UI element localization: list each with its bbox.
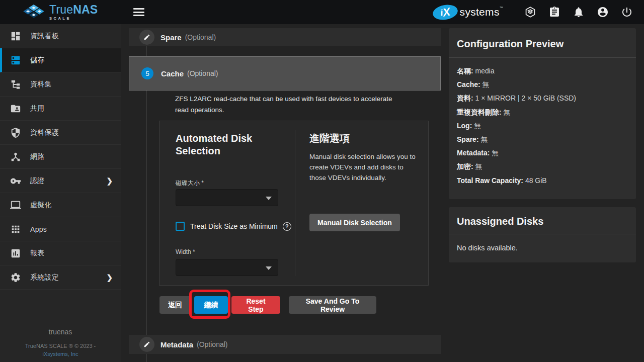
no-disks-text: No disks available. [457,241,628,252]
card-divider [295,130,295,276]
sidebar-item-datasets[interactable]: 資料集 [0,72,121,97]
sidebar-item-label: 認證 [30,176,45,186]
sidebar-item-label: 虛擬化 [30,201,52,210]
reset-step-button[interactable]: Reset Step [231,296,280,314]
width-label: Width * [176,248,195,255]
notifications-bell-icon[interactable] [573,6,585,18]
power-icon[interactable] [621,6,633,18]
preview-row-metadata: Metadata: 無 [457,146,628,160]
pool-wizard: Spare (Optional) 5 Cache (Optional) ZFS … [121,24,449,362]
preview-row-spare: Spare: 無 [457,133,628,146]
preview-row-data: 資料: 1 × MIRROR | 2 × 50 GiB (SSD) [457,92,628,105]
sidebar-item-network[interactable]: 網路 [0,145,121,169]
jobs-clipboard-icon[interactable] [548,6,560,18]
preview-row-cache: Cache: 無 [457,78,628,92]
step-metadata[interactable]: Metadata (Optional) [129,335,441,354]
preview-row-encryption: 加密: 無 [457,160,628,173]
preview-row-capacity: Total Raw Capacity: 48 GiB [457,174,628,188]
step-title: Cache [161,69,184,78]
sidebar-item-label: 資料集 [30,80,52,89]
top-bar: TrueNAS SCALE iX systems™ [0,0,644,24]
edit-pencil-icon [139,30,154,45]
ixsystems-link[interactable]: iXsystems, Inc [0,351,121,357]
folder-shared-icon [10,103,21,114]
sidebar-item-data-protection[interactable]: 資料保護 [0,121,121,145]
truenas-logo-icon [22,4,45,20]
account-icon[interactable] [597,6,609,18]
sidebar-item-label: 共用 [30,104,45,113]
save-review-button[interactable]: Save And Go To Review [289,296,376,314]
treat-min-label: Treat Disk Size as Minimum [190,222,278,230]
step-optional: (Optional) [187,69,218,77]
network-icon [10,151,21,162]
step-number-badge: 5 [141,67,153,79]
chevron-right-icon: ❯ [106,273,113,282]
sidebar-item-label: 資料保護 [30,128,59,137]
step-spare[interactable]: Spare (Optional) [129,28,441,46]
step-title: Spare [160,33,182,42]
bar-chart-icon [10,248,21,259]
sidebar-item-storage[interactable]: 儲存 [0,48,121,72]
sidebar-footer: truenas TrueNAS SCALE ® © 2023 - iXsyste… [0,328,121,357]
width-select[interactable] [176,259,278,276]
preview-row-name: 名稱: media [457,64,628,78]
sidebar-item-label: 資訊看板 [30,32,59,41]
preview-row-dedup: 重複資料刪除: 無 [457,106,628,119]
help-icon[interactable]: ? [283,222,291,231]
laptop-icon [10,200,21,211]
sidebar-item-label: 系統設定 [30,273,59,282]
disk-selection-card: Automated Disk Selection 磁碟大小 * Treat Di… [159,121,429,286]
sidebar-item-apps[interactable]: Apps [0,217,121,241]
sidebar-item-label: 報表 [30,249,45,258]
hostname: truenas [0,328,121,336]
chevron-down-icon [266,197,272,200]
step-title: Metadata [160,340,193,349]
edit-pencil-icon [139,337,154,352]
sidebar: 資訊看板 儲存 資料集 共用 資料保護 網路 認證 ❯ 虛擬化 Apps 報表 … [0,24,121,362]
disk-size-label: 磁碟大小 * [176,179,204,188]
brand-sub: SCALE [49,17,98,21]
preview-row-log: Log: 無 [457,119,628,133]
chevron-down-icon [266,266,272,270]
sidebar-item-virtualization[interactable]: 虛擬化 [0,193,121,217]
apps-grid-icon [10,224,21,235]
configuration-preview-panel: Configuration Preview 名稱: media Cache: 無… [449,28,636,199]
next-button[interactable]: 繼續 [194,296,228,314]
ixsystems-logo: iX systems™ [433,5,503,20]
advanced-options-title: 進階選項 [309,132,417,145]
step-cache-active[interactable]: 5 Cache (Optional) [129,56,441,90]
chevron-right-icon: ❯ [106,176,113,186]
shield-icon [10,127,21,138]
step-optional: (Optional) [197,340,227,348]
dashboard-icon [10,31,21,42]
automated-disk-selection-title: Automated Disk Selection [176,132,282,157]
sidebar-item-reporting[interactable]: 報表 [0,241,121,265]
sidebar-item-shares[interactable]: 共用 [0,97,121,121]
cache-description: ZFS L2ARC read-cache that can be used wi… [175,94,399,116]
sidebar-item-label: 儲存 [30,56,45,65]
key-icon [10,175,21,187]
unassigned-disks-title: Unassigned Disks [457,216,543,227]
sidebar-item-credentials[interactable]: 認證 ❯ [0,169,121,193]
sidebar-item-label: Apps [30,225,47,233]
copyright: TrueNAS SCALE ® © 2023 - [0,343,121,349]
menu-hamburger-icon[interactable] [133,7,145,17]
truenas-brand: TrueNAS SCALE [0,0,121,24]
configuration-preview-title: Configuration Preview [457,38,564,49]
back-button[interactable]: 返回 [159,296,191,314]
gear-icon [10,272,21,283]
disk-size-select[interactable] [176,189,278,206]
truecommand-icon[interactable] [524,6,536,18]
treat-min-checkbox[interactable] [176,222,185,231]
brand-name: TrueNAS [49,4,98,16]
unassigned-disks-panel: Unassigned Disks No disks available. [449,207,636,262]
sidebar-item-dashboard[interactable]: 資訊看板 [0,24,121,48]
manual-disk-selection-button[interactable]: Manual Disk Selection [309,214,400,231]
datasets-tree-icon [10,79,21,90]
sidebar-item-system-settings[interactable]: 系統設定 ❯ [0,265,121,290]
advanced-options-text: Manual disk selection allows you to crea… [309,152,417,184]
storage-icon [10,55,21,66]
wizard-actions: 返回 繼續 Reset Step Save And Go To Review [159,296,376,314]
step-optional: (Optional) [185,33,216,41]
sidebar-item-label: 網路 [30,152,45,161]
